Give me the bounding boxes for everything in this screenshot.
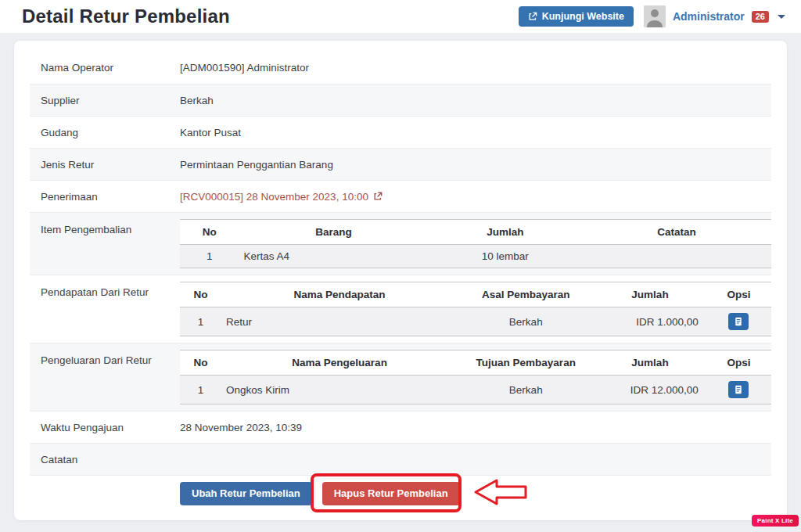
watermark-badge: Paint X Lite: [752, 515, 799, 527]
left-block-arrow-icon: [472, 477, 529, 510]
row-value: Kantor Pusat: [180, 127, 771, 138]
cell-jumlah: 10 lembar: [429, 245, 583, 268]
topbar-right: Kunjungi Website Administrator 26: [519, 5, 785, 27]
item-pengembalian-table: No Barang Jumlah Catatan 1 Kertas A4 10 …: [180, 219, 771, 268]
col-header-no: No: [180, 220, 239, 245]
income-table-wrap: No Nama Pendapatan Asal Pembayaran Jumla…: [180, 275, 771, 343]
penerimaan-link[interactable]: [RCV000015] 28 November 2023, 10:00: [180, 191, 383, 203]
edit-return-button[interactable]: Ubah Retur Pembelian: [180, 482, 312, 505]
col-header-nama-pengeluaran: Nama Pengeluaran: [221, 350, 458, 376]
table-row: 1 Kertas A4 10 lembar: [180, 245, 771, 268]
cell-nama: Ongkos Kirim: [221, 376, 458, 404]
row-label: Jenis Retur: [30, 159, 180, 171]
cell-jumlah: IDR 12.000,00: [594, 376, 706, 404]
journal-icon: [734, 385, 743, 394]
col-header-jumlah: Jumlah: [594, 282, 706, 307]
detail-row-pendapatan: Pendapatan Dari Retur No Nama Pendapatan…: [30, 275, 771, 343]
detail-row-catatan: Catatan: [30, 443, 771, 475]
cell-tujuan: Berkah: [458, 376, 594, 404]
cell-no: 1: [180, 245, 239, 268]
row-label: Catatan: [30, 454, 180, 466]
row-label: Pengeluaran Dari Retur: [30, 343, 180, 366]
journal-button[interactable]: [728, 313, 749, 330]
external-link-icon: [528, 12, 537, 21]
external-link-icon: [373, 192, 383, 201]
detail-row-nama-operator: Nama Operator [ADM001590] Administrator: [30, 52, 771, 84]
col-header-catatan: Catatan: [582, 220, 771, 245]
avatar[interactable]: [644, 5, 666, 27]
cell-opsi: [706, 376, 771, 404]
journal-icon: [734, 317, 743, 326]
row-value: Berkah: [180, 95, 771, 106]
cell-no: 1: [180, 307, 221, 336]
row-value: Permintaan Penggantian Barang: [180, 159, 771, 171]
cell-barang: Kertas A4: [239, 245, 429, 268]
cell-jumlah: IDR 1.000,00: [594, 307, 706, 336]
detail-row-jenis-retur: Jenis Retur Permintaan Penggantian Baran…: [30, 148, 771, 180]
detail-row-supplier: Supplier Berkah: [30, 84, 771, 116]
cell-opsi: [706, 307, 771, 336]
col-header-tujuan-pembayaran: Tujuan Pembayaran: [458, 350, 594, 376]
visit-website-button[interactable]: Kunjungi Website: [519, 6, 634, 27]
chevron-down-icon[interactable]: [778, 15, 785, 19]
penerimaan-link-text: [RCV000015] 28 November 2023, 10:00: [180, 191, 368, 203]
pengeluaran-table: No Nama Pengeluaran Tujuan Pembayaran Ju…: [180, 350, 771, 404]
table-row: 1 Retur Berkah IDR 1.000,00: [180, 307, 771, 336]
detail-row-penerimaan: Penerimaan [RCV000015] 28 November 2023,…: [30, 180, 771, 212]
detail-row-pengeluaran: Pengeluaran Dari Retur No Nama Pengeluar…: [30, 343, 771, 411]
delete-return-button[interactable]: Hapus Retur Pembelian: [322, 482, 460, 505]
row-value: [ADM001590] Administrator: [180, 62, 771, 74]
col-header-nama-pendapatan: Nama Pendapatan: [221, 282, 458, 307]
cell-nama: Retur: [221, 307, 458, 336]
col-header-jumlah: Jumlah: [429, 220, 583, 245]
col-header-opsi: Opsi: [706, 282, 771, 307]
col-header-no: No: [180, 350, 221, 376]
row-value: [RCV000015] 28 November 2023, 10:00: [180, 191, 771, 203]
col-header-jumlah: Jumlah: [594, 350, 706, 376]
row-label: Nama Operator: [30, 62, 180, 74]
row-value: 28 November 2023, 10:39: [180, 422, 771, 433]
cell-catatan: [582, 245, 771, 268]
visit-website-label: Kunjungi Website: [542, 11, 624, 22]
item-table-wrap: No Barang Jumlah Catatan 1 Kertas A4 10 …: [180, 213, 771, 275]
cell-no: 1: [180, 376, 221, 404]
table-row: 1 Ongkos Kirim Berkah IDR 12.000,00: [180, 376, 771, 404]
expense-table-wrap: No Nama Pengeluaran Tujuan Pembayaran Ju…: [180, 343, 771, 411]
col-header-asal-pembayaran: Asal Pembayaran: [458, 282, 594, 307]
row-label: Gudang: [30, 127, 180, 138]
detail-card: Nama Operator [ADM001590] Administrator …: [14, 41, 787, 520]
col-header-opsi: Opsi: [706, 350, 771, 376]
notification-badge: 26: [752, 11, 769, 23]
row-label: Item Pengembalian: [30, 213, 180, 235]
user-menu-name[interactable]: Administrator: [673, 10, 745, 23]
detail-row-gudang: Gudang Kantor Pusat: [30, 116, 771, 148]
journal-button[interactable]: [728, 381, 749, 398]
topbar: Detail Retur Pembelian Kunjungi Website …: [0, 0, 801, 33]
col-header-no: No: [180, 282, 221, 307]
pendapatan-table: No Nama Pendapatan Asal Pembayaran Jumla…: [180, 282, 771, 336]
action-buttons-row: Ubah Retur Pembelian Hapus Retur Pembeli…: [30, 475, 771, 513]
row-label: Penerimaan: [30, 191, 180, 203]
cell-asal: Berkah: [458, 307, 594, 336]
col-header-barang: Barang: [239, 220, 429, 245]
detail-row-item-pengembalian: Item Pengembalian No Barang Jumlah Catat…: [30, 212, 771, 275]
detail-row-waktu-pengajuan: Waktu Pengajuan 28 November 2023, 10:39: [30, 411, 771, 443]
row-label: Waktu Pengajuan: [30, 422, 180, 433]
row-label: Supplier: [30, 95, 180, 106]
row-label: Pendapatan Dari Retur: [30, 275, 180, 298]
action-buttons: Ubah Retur Pembelian Hapus Retur Pembeli…: [180, 482, 460, 505]
page-title: Detail Retur Pembelian: [22, 5, 230, 27]
